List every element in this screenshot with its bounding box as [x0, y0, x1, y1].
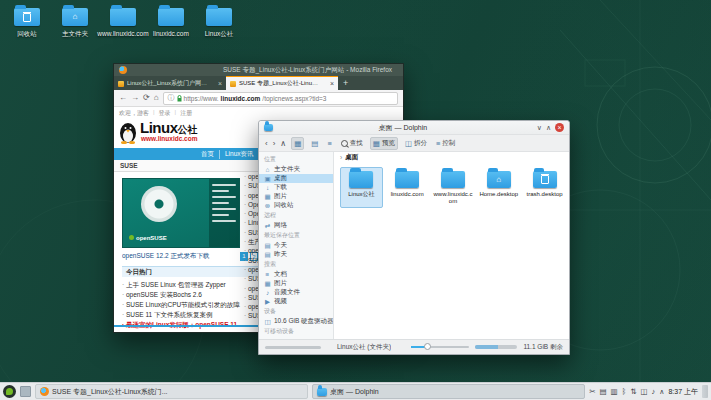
places-item-videos[interactable]: ▶视频: [259, 297, 333, 306]
site-nav-item[interactable]: Linux资讯: [219, 150, 259, 159]
home-icon: ⌂: [73, 13, 78, 21]
clipboard-icon[interactable]: ▤: [599, 387, 606, 397]
close-button[interactable]: ×: [555, 123, 564, 132]
home-button[interactable]: ⌂: [154, 93, 159, 103]
folder-icon: [110, 8, 136, 26]
control-button[interactable]: ≡控制: [434, 138, 457, 149]
desktop-icon-trash[interactable]: 回收站: [4, 4, 50, 39]
places-label: 图片: [274, 279, 287, 288]
places-item-yesterday[interactable]: ▤昨天: [259, 250, 333, 259]
new-tab-button[interactable]: +: [338, 77, 353, 90]
selection-info: Linux公社 (文件夹): [337, 343, 391, 352]
places-item-today[interactable]: ▤今天: [259, 241, 333, 250]
maximize-button[interactable]: ∧: [546, 123, 551, 132]
icons-view-button[interactable]: ▦: [291, 137, 304, 150]
disk-capacity-bar: [475, 345, 517, 349]
file-label: www.linuxidc.com: [433, 191, 474, 205]
panel-toggle-button[interactable]: [702, 385, 708, 398]
details-view-button[interactable]: ≡: [325, 138, 333, 149]
register-link[interactable]: 注册: [180, 109, 192, 118]
hot-article-link[interactable]: SUSE 11 下文件系统恢复案例: [122, 310, 260, 320]
search-button[interactable]: 查找: [339, 138, 365, 149]
desktop-icon-linux-gongshe[interactable]: Linux公社: [196, 4, 242, 39]
breadcrumb-path[interactable]: 桌面: [345, 153, 358, 162]
places-label: 网络: [274, 221, 287, 230]
tab-suse-topic[interactable]: SUSE 专题_Linux公社-Linu… ×: [226, 76, 338, 90]
file-linuxidc[interactable]: linuxidc.com: [386, 167, 429, 208]
application-launcher-icon[interactable]: [3, 385, 16, 398]
back-button[interactable]: ←: [119, 93, 127, 103]
control-icon: ≡: [436, 139, 440, 148]
forward-button[interactable]: →: [131, 93, 139, 103]
places-label: 视频: [274, 297, 287, 306]
hot-article-link[interactable]: openSUSE 安装Bochs 2.6: [122, 290, 260, 300]
back-button[interactable]: ‹: [265, 139, 268, 148]
tux-penguin-logo: [119, 120, 137, 144]
places-item-network[interactable]: ⇄网络: [259, 221, 333, 230]
compact-view-button[interactable]: ▤: [309, 138, 320, 149]
split-label: 拆分: [414, 139, 427, 148]
task-firefox[interactable]: SUSE 专题_Linux公社-Linux系统门...: [35, 384, 308, 399]
boxart-caption-link[interactable]: openSUSE 12.2 正式发布下载: [122, 252, 238, 261]
preview-button[interactable]: ▦预览: [370, 137, 398, 150]
hot-today-section: 今日热门 上手 SUSE Linux 包管理器 ZypperopenSUSE 安…: [122, 266, 260, 330]
places-item-home[interactable]: ⌂主文件夹: [259, 165, 333, 174]
url-path: /topicnews.aspx?tid=3: [262, 95, 326, 102]
desktop-icon-linuxidc[interactable]: linuxidc.com: [148, 4, 194, 39]
firefox-titlebar[interactable]: SUSE 专题_Linux公社-Linux系统门户网站 - Mozilla Fi…: [114, 64, 403, 76]
desktop-icon-home[interactable]: ⌂ 主文件夹: [52, 4, 98, 39]
audio-icon: ♪: [264, 289, 271, 296]
zoom-slider-handle[interactable]: [424, 343, 431, 350]
url-bar[interactable]: ⓘ https://www.linuxidc.com/topicnews.asp…: [163, 92, 398, 105]
file-linux-gongshe[interactable]: Linux公社: [340, 167, 383, 208]
battery-icon[interactable]: ▥: [611, 387, 618, 397]
places-item-desktop[interactable]: ▣桌面: [259, 174, 333, 183]
file-trash-desktop[interactable]: trash.desktop: [523, 167, 566, 208]
places-item-pictures[interactable]: ▦图片: [259, 192, 333, 201]
file-www-linuxidc[interactable]: www.linuxidc.com: [432, 167, 475, 208]
places-scrollbar[interactable]: [265, 346, 321, 349]
tab-close-icon[interactable]: ×: [330, 80, 334, 87]
reload-button[interactable]: ⟳: [143, 93, 150, 103]
site-nav-item[interactable]: 首页: [196, 150, 219, 159]
places-item-downloads[interactable]: ↓下载: [259, 183, 333, 192]
klipper-icon[interactable]: ✂: [589, 387, 595, 397]
places-item-audio[interactable]: ♪音频文件: [259, 288, 333, 297]
search-label: 查找: [350, 139, 363, 148]
places-item-harddrive[interactable]: ◫10.6 GiB 硬盘驱动器: [259, 317, 333, 326]
places-label: 今天: [274, 241, 287, 250]
harddrive-icon: ◫: [264, 318, 271, 326]
up-button[interactable]: ∧: [280, 139, 286, 148]
tab-close-icon[interactable]: ×: [218, 80, 222, 87]
tray-expand-icon[interactable]: ∧: [659, 388, 664, 396]
hot-article-link[interactable]: 上手 SUSE Linux 包管理器 Zypper: [122, 280, 260, 290]
breadcrumb[interactable]: › 桌面: [334, 152, 569, 163]
dolphin-titlebar[interactable]: 桌面 — Dolphin ∨ ∧ ×: [259, 121, 569, 135]
places-item-trash[interactable]: ⊗回收站: [259, 201, 333, 210]
forward-button[interactable]: ›: [273, 139, 276, 148]
split-button[interactable]: ◫拆分: [403, 138, 429, 149]
device-notifier-icon[interactable]: ⇅: [630, 387, 636, 397]
site-info-icon[interactable]: ⓘ: [168, 93, 175, 103]
volume-icon[interactable]: ♪: [652, 387, 656, 397]
file-home-desktop[interactable]: ⌂ Home.desktop: [477, 167, 520, 208]
clock[interactable]: 8:37 上午: [668, 387, 698, 397]
tab-linuxidc-home[interactable]: Linux公社_Linux系统门户网… ×: [114, 77, 226, 90]
login-link[interactable]: 登录: [159, 109, 171, 118]
places-item-documents[interactable]: ≡文档: [259, 270, 333, 279]
zoom-slider[interactable]: [411, 346, 469, 348]
task-dolphin[interactable]: 桌面 — Dolphin: [312, 384, 585, 399]
pager-icon[interactable]: [20, 386, 31, 397]
opensuse-brand: openSUSE: [129, 235, 167, 241]
places-label: 昨天: [274, 250, 287, 259]
display-icon[interactable]: ◫: [640, 387, 647, 397]
hot-article-link[interactable]: SUSE Linux的CPU节能模式引发的故障: [122, 300, 260, 310]
minimize-button[interactable]: ∨: [537, 123, 542, 132]
folder-icon: [14, 8, 40, 26]
dolphin-body: 位置 ⌂主文件夹 ▣桌面 ↓下载 ▦图片 ⊗回收站 远程 ⇄网络 最近保存位置 …: [259, 152, 569, 339]
devices-header: 设备: [259, 306, 333, 317]
desktop-icon-www-linuxidc[interactable]: www.linuxidc.com: [100, 4, 146, 39]
removable-header: 可移动设备: [259, 326, 333, 337]
bluetooth-icon[interactable]: ᛒ: [622, 387, 627, 397]
places-item-images[interactable]: ▦图片: [259, 279, 333, 288]
